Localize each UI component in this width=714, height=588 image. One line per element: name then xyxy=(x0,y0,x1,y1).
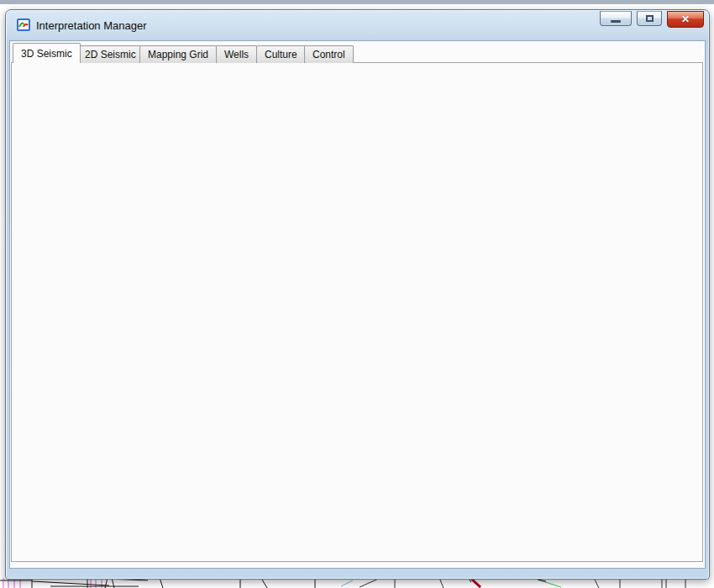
tab-wells[interactable]: Wells xyxy=(216,45,257,63)
window-title: Interpretation Manager xyxy=(36,19,147,32)
tab-mapping-grid[interactable]: Mapping Grid xyxy=(139,45,217,63)
tab-bar: 3D Seismic 2D Seismic Mapping Grid Wells… xyxy=(13,41,703,63)
restore-icon xyxy=(646,15,654,22)
app-icon xyxy=(17,18,30,31)
tab-page-3d-seismic xyxy=(11,62,703,562)
close-button[interactable]: ✕ xyxy=(667,11,704,28)
tab-3d-seismic[interactable]: 3D Seismic xyxy=(13,43,81,63)
desktop: Interpretation Manager ✕ 3D Seismic 2D S… xyxy=(0,0,714,588)
minimize-button[interactable] xyxy=(600,11,632,26)
background-app-strip xyxy=(0,0,714,4)
dialog-client-area: 3D Seismic 2D Seismic Mapping Grid Wells… xyxy=(9,40,706,569)
minimize-icon xyxy=(611,20,621,23)
close-icon: ✕ xyxy=(681,14,690,24)
titlebar[interactable]: Interpretation Manager ✕ xyxy=(6,10,709,40)
restore-button[interactable] xyxy=(637,11,662,26)
tab-2d-seismic[interactable]: 2D Seismic xyxy=(76,45,144,63)
tab-control[interactable]: Control xyxy=(304,45,354,63)
tab-culture[interactable]: Culture xyxy=(256,45,306,63)
window-controls: ✕ xyxy=(600,11,704,28)
interpretation-manager-window: Interpretation Manager ✕ 3D Seismic 2D S… xyxy=(5,9,710,580)
